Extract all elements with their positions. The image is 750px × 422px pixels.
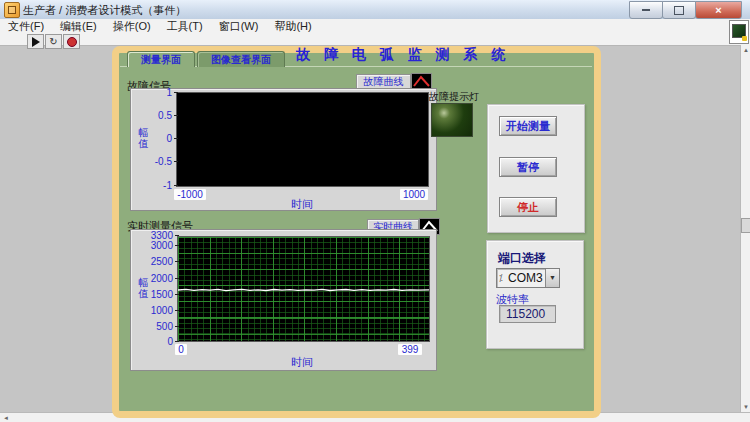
close-button[interactable]: × (695, 1, 742, 19)
fault-xmin[interactable]: -1000 (174, 189, 206, 200)
menu-window[interactable]: 窗口(W) (211, 19, 267, 33)
realtime-xmax[interactable]: 399 (398, 344, 422, 355)
realtime-xaxis-label: 时间 (262, 355, 342, 370)
visa-io-icon: ⁒ (499, 274, 506, 283)
com-port-value: COM3 (508, 271, 543, 285)
vertical-scrollbar-thumb[interactable] (741, 218, 750, 233)
realtime-ytick: 1000 (141, 306, 173, 316)
abort-icon (67, 37, 77, 47)
realtime-ytick: 500 (141, 322, 173, 332)
menu-tools[interactable]: 工具(T) (159, 19, 211, 33)
fault-chart-legend[interactable]: 故障曲线 (356, 74, 411, 89)
vi-icon (729, 20, 749, 44)
realtime-ytick: 0 (141, 337, 173, 347)
toolbar (0, 33, 750, 46)
start-measure-button[interactable]: 开始测量 (499, 116, 557, 136)
scroll-left-icon[interactable]: ◄ (1, 415, 11, 421)
run-button[interactable] (27, 34, 44, 49)
tab-measure[interactable]: 测量界面 (127, 51, 195, 67)
realtime-yaxis-label: 幅值 (137, 277, 150, 299)
com-port-dropdown[interactable]: ⁒ COM3 ▼ (496, 268, 560, 288)
scroll-up-icon[interactable]: ▲ (741, 47, 750, 53)
menu-help[interactable]: 帮助(H) (266, 19, 319, 33)
abort-button[interactable] (63, 34, 80, 49)
maximize-icon (674, 6, 684, 15)
maximize-button[interactable] (662, 1, 696, 19)
menu-file[interactable]: 文件(F) (0, 19, 52, 33)
baud-rate-value: 115200 (499, 305, 556, 323)
realtime-ytick: 2500 (141, 257, 173, 267)
realtime-trace (178, 237, 429, 341)
pause-button[interactable]: 暂停 (499, 157, 557, 177)
stop-button[interactable]: 停止 (499, 197, 557, 217)
realtime-chart-plot (177, 236, 430, 342)
dropdown-arrow-button[interactable]: ▼ (545, 269, 559, 287)
tab-image-view[interactable]: 图像查看界面 (197, 51, 285, 67)
scroll-down-icon[interactable]: ▼ (741, 404, 750, 410)
fault-ytick: -0.5 (148, 157, 172, 167)
run-icon (32, 37, 40, 47)
fault-ytick: 0.5 (148, 111, 172, 121)
continuous-run-icon: ↻ (49, 37, 57, 47)
continuous-run-button[interactable]: ↻ (45, 34, 62, 49)
labview-app-icon (4, 2, 20, 18)
page-title: 故 障 电 弧 监 测 系 统 (296, 46, 466, 64)
fault-ytick: -1 (148, 181, 172, 191)
fault-chart-plot (176, 92, 429, 187)
fault-xmax[interactable]: 1000 (400, 189, 428, 200)
fault-ytick: 1 (148, 88, 172, 98)
fault-xaxis-label: 时间 (262, 197, 342, 212)
chevron-down-icon: ▼ (549, 274, 556, 281)
menu-operate[interactable]: 操作(O) (105, 19, 159, 33)
window-titlebar: 生产者 / 消费者设计模式（事件） × (0, 0, 750, 20)
realtime-xmin[interactable]: 0 (175, 344, 187, 355)
port-select-label: 端口选择 (498, 250, 546, 267)
minimize-button[interactable] (629, 1, 663, 19)
menu-edit[interactable]: 编辑(E) (52, 19, 105, 33)
fault-led-label: 故障提示灯 (429, 90, 479, 104)
minimize-icon (642, 9, 650, 11)
fault-led-indicator (431, 103, 473, 137)
realtime-ytick: 3000 (141, 241, 173, 251)
fault-ytick: 0 (148, 134, 172, 144)
window-title: 生产者 / 消费者设计模式（事件） (23, 3, 186, 18)
close-icon: × (715, 3, 721, 17)
fault-yaxis-label: 幅值 (137, 127, 150, 149)
menubar: 文件(F) 编辑(E) 操作(O) 工具(T) 窗口(W) 帮助(H) (0, 19, 750, 34)
